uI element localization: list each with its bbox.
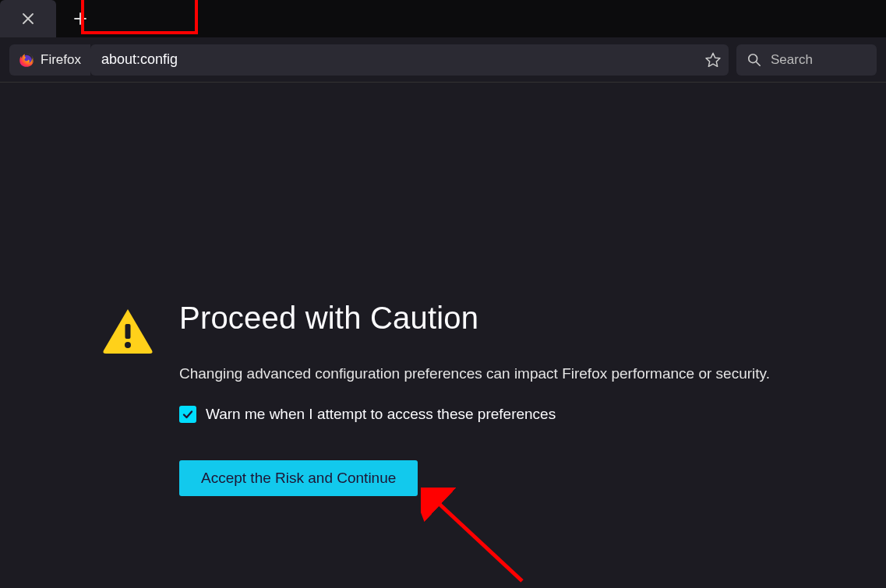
accept-risk-button[interactable]: Accept the Risk and Continue [179,460,418,496]
search-icon [747,53,761,67]
identity-label: Firefox [41,52,81,68]
new-tab-button[interactable] [64,2,97,35]
warn-checkbox-label: Warn me when I attempt to access these p… [206,406,556,423]
annotation-arrow [421,488,545,588]
url-bar[interactable] [90,44,729,76]
warning-description: Changing advanced configuration preferen… [179,365,770,382]
warning-title: Proceed with Caution [179,301,770,336]
star-icon [704,51,722,69]
plus-icon [74,12,86,25]
tab-bar [0,0,886,37]
warn-checkbox-row[interactable]: Warn me when I attempt to access these p… [179,406,770,423]
svg-point-3 [125,342,131,348]
warn-checkbox[interactable] [179,406,196,423]
warning-body: Proceed with Caution Changing advanced c… [179,301,770,496]
svg-line-4 [432,497,522,581]
warning-page: Proceed with Caution Changing advanced c… [0,83,886,496]
toolbar: Firefox [0,37,886,83]
url-input[interactable] [90,44,697,76]
search-input[interactable] [771,52,864,68]
close-icon[interactable] [17,8,39,30]
identity-box[interactable]: Firefox [9,44,90,76]
check-icon [182,408,194,421]
warning-icon [101,307,154,358]
search-box[interactable] [736,44,877,76]
active-tab[interactable] [0,0,56,37]
svg-rect-2 [125,324,131,339]
firefox-icon [19,52,34,68]
svg-point-1 [749,54,757,62]
bookmark-button[interactable] [697,44,729,76]
